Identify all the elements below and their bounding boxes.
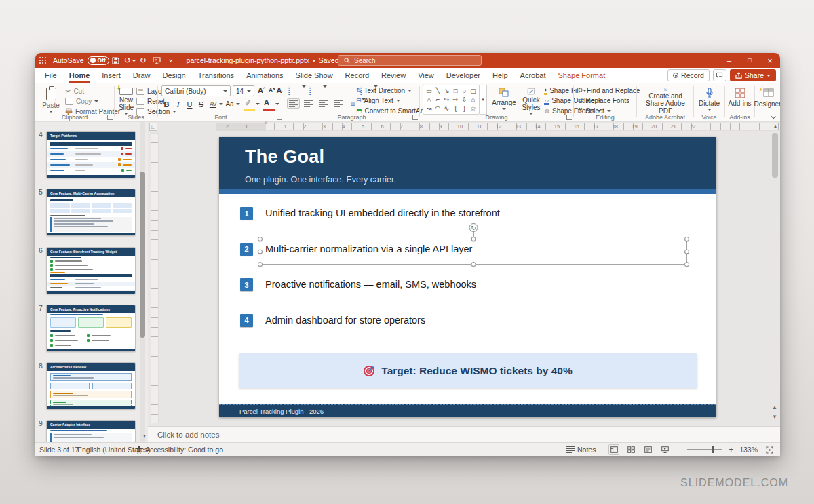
slide-bullet-item[interactable]: 1Unified tracking UI embedded directly i… (219, 207, 716, 220)
ribbon-tab[interactable]: Help (486, 68, 514, 83)
resize-handle[interactable] (471, 262, 476, 267)
slide-counter[interactable]: Slide 3 of 17 (39, 443, 79, 456)
close-button[interactable]: × (760, 53, 780, 68)
ribbon-tab[interactable]: Design (156, 68, 191, 83)
autosave-toggle[interactable]: AutoSave Off (53, 56, 109, 65)
ribbon-tab[interactable]: Draw (127, 68, 157, 83)
strikethrough-button[interactable]: S (196, 99, 206, 109)
next-slide-button[interactable]: ▼ (772, 414, 777, 420)
redo-icon[interactable]: ↻ (136, 53, 150, 68)
clipboard-dialog-launcher-icon[interactable] (107, 115, 113, 120)
shape-icon[interactable]: △ (425, 95, 433, 104)
align-center-button[interactable] (302, 98, 315, 109)
dictate-button[interactable]: Dictate (697, 85, 721, 115)
ribbon-tab[interactable]: Animations (240, 68, 289, 83)
share-button[interactable]: Share (730, 69, 776, 81)
thumbnail-slide-9[interactable]: 9 Carrier Adaptor Interface (35, 419, 148, 442)
zoom-slider-thumb[interactable] (712, 446, 714, 453)
canvas-scrollbar-thumb[interactable] (772, 133, 778, 178)
resize-handle[interactable] (684, 262, 689, 267)
shapes-gallery[interactable]: ▭╲↘□○▢△⌐↪⇨⇩⌂↝◠∿{}☆ (423, 85, 480, 115)
present-icon[interactable] (150, 53, 163, 68)
slide-title-block[interactable]: The Goal One plugin. One interface. Ever… (219, 137, 716, 189)
target-callout[interactable]: Target: Reduce WISMO tickets by 40% (239, 353, 697, 388)
zoom-level[interactable]: 133% (739, 446, 758, 454)
shape-icon[interactable]: ○ (460, 86, 469, 95)
create-pdf-button[interactable]: Create and Share Adobe PDF (641, 85, 690, 115)
slide-bullet-item[interactable]: 4Admin dashboard for store operators (219, 314, 716, 328)
resize-handle[interactable] (258, 250, 263, 254)
highlight-color-button[interactable] (244, 99, 254, 109)
new-slide-button[interactable]: New Slide (116, 85, 136, 115)
italic-button[interactable]: I (173, 99, 183, 109)
zoom-in-button[interactable]: + (729, 445, 733, 454)
thumbnail-slide-5[interactable]: 5 Core Feature: Multi-Carrier Aggregatio… (35, 188, 148, 238)
shape-icon[interactable]: ⌐ (433, 95, 442, 104)
designer-button[interactable]: ⚡ Designer (755, 85, 780, 115)
thumbnail-slide-6[interactable]: 6 Core Feature: Storefront Tracking Widg… (35, 246, 148, 296)
ribbon-tab[interactable]: Transitions (192, 68, 240, 83)
resize-handle[interactable] (258, 262, 263, 267)
shape-icon[interactable]: ╲ (433, 86, 442, 95)
rotate-handle-icon[interactable]: ↻ (469, 223, 478, 232)
slide-footer[interactable]: Parcel Tracking Plugin · 2026 (219, 404, 716, 417)
accessibility-checker[interactable]: Accessibility: Good to go (136, 443, 223, 456)
ribbon-tab[interactable]: File (39, 68, 63, 83)
normal-view-button[interactable] (608, 444, 619, 455)
ribbon-tab[interactable]: Developer (440, 68, 486, 83)
quick-styles-button[interactable]: Quick Styles (519, 85, 543, 115)
justify-button[interactable] (332, 98, 345, 109)
thumbnail-slide-4[interactable]: 4 Target Platforms (35, 130, 148, 180)
selected-textbox-outline[interactable]: ↻ (260, 239, 687, 265)
bold-button[interactable]: B (161, 99, 172, 109)
thumbnail-slide-7[interactable]: 7 Core Feature: Proactive Notifications (35, 304, 148, 354)
character-spacing-button[interactable]: AV (208, 99, 218, 109)
minimize-button[interactable]: – (719, 53, 739, 68)
thumbnail-slide-8[interactable]: 8 Architecture Overview (35, 362, 148, 412)
shape-icon[interactable]: ↝ (425, 104, 433, 113)
reading-view-button[interactable] (642, 444, 653, 455)
addins-button[interactable]: Add-ins (728, 85, 752, 115)
record-button[interactable]: Record (667, 69, 710, 81)
app-launcher-icon[interactable] (35, 53, 50, 68)
shape-icon[interactable]: ◠ (433, 104, 442, 113)
font-family-select[interactable]: Calibri (Body) (161, 85, 231, 96)
shape-icon[interactable]: ▭ (425, 86, 433, 95)
maximize-button[interactable]: □ (739, 53, 760, 68)
shape-icon[interactable]: ⇨ (451, 95, 460, 104)
increase-indent-button[interactable] (344, 85, 357, 96)
bullets-button[interactable] (287, 85, 300, 96)
shape-icon[interactable]: ▢ (469, 86, 478, 95)
replace-fonts-button[interactable]: ⇄Replace Fonts (578, 96, 640, 105)
ribbon-tab[interactable]: Acrobat (514, 68, 552, 83)
shape-icon[interactable]: ∿ (442, 104, 451, 113)
zoom-out-button[interactable]: – (676, 445, 681, 454)
find-replace-button[interactable]: Find and Replace (578, 85, 640, 95)
shape-icon[interactable]: □ (451, 86, 460, 95)
comments-button[interactable] (713, 69, 726, 81)
drawing-dialog-launcher-icon[interactable] (566, 115, 572, 120)
ribbon-tab[interactable]: Review (375, 68, 412, 83)
thumbnail-scrollbar-thumb[interactable] (140, 172, 145, 338)
ribbon-tab[interactable]: Home (63, 68, 96, 83)
ribbon-tab[interactable]: Shape Format (551, 68, 611, 83)
shape-icon[interactable]: ↪ (442, 95, 451, 104)
notes-toggle-button[interactable]: Notes (566, 443, 596, 456)
cut-button[interactable]: ✂Cut (65, 86, 120, 96)
shapes-gallery-more-button[interactable]: ▾ (480, 85, 487, 115)
resize-handle[interactable] (471, 237, 476, 241)
resize-handle[interactable] (684, 250, 689, 254)
canvas-scrollbar[interactable]: ▲ ▲ ▼ (771, 123, 779, 425)
align-left-button[interactable] (287, 98, 300, 109)
slide-bullet-item[interactable]: 3Proactive notifications — email, SMS, w… (219, 278, 716, 292)
change-case-button[interactable]: Aa (225, 99, 235, 109)
shape-icon[interactable]: { (451, 104, 460, 113)
fit-slide-to-window-button[interactable] (764, 444, 775, 455)
decrease-indent-button[interactable] (329, 85, 342, 96)
shape-icon[interactable]: } (460, 104, 469, 113)
underline-button[interactable]: U (185, 99, 195, 109)
notes-pane[interactable]: Click to add notes (148, 426, 780, 442)
zoom-slider[interactable] (687, 449, 722, 450)
font-color-button[interactable]: A (264, 99, 274, 109)
copy-button[interactable]: Copy (65, 96, 120, 106)
